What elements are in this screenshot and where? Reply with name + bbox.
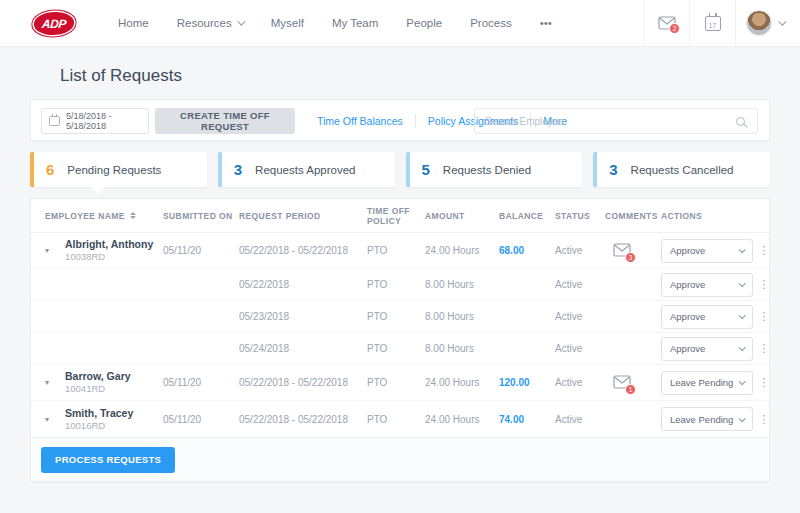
comment-indicator[interactable]: 3: [613, 248, 631, 259]
amount-cell: 8.00 Hours: [425, 311, 499, 322]
tab[interactable]: 6 Pending Requests: [30, 152, 207, 187]
search-box: [474, 108, 758, 134]
primary-nav: Home Resources Myself My Team People Pro…: [104, 0, 566, 47]
calendar-icon: 17: [705, 16, 721, 31]
create-time-off-request-button[interactable]: CREATE TIME OFF REQUEST: [155, 108, 295, 134]
table-row: ▾ 05/24/2018 PTO 8.00 Hours Active Appro…: [31, 333, 769, 365]
chevron-down-icon: [739, 415, 746, 422]
tab-accent-stripe: [30, 152, 34, 187]
action-select[interactable]: Leave Pending: [661, 371, 753, 395]
action-cell: Approve: [661, 305, 753, 329]
employee-cell: Smith, Tracey 10016RD: [65, 407, 163, 432]
action-select[interactable]: Approve: [661, 305, 753, 329]
row-menu-button[interactable]: ⋮: [753, 416, 775, 423]
employee-name: Barrow, Gary: [65, 370, 163, 383]
expand-caret-icon[interactable]: ▾: [45, 246, 65, 255]
balance-cell: 120.00: [499, 377, 555, 388]
status-cell: Active: [555, 414, 605, 425]
policy-cell: PTO: [367, 311, 425, 322]
action-cell: Approve: [661, 273, 753, 297]
header-status: STATUS: [555, 211, 605, 221]
toolbar-card: 5/18/2018 - 5/18/2018 CREATE TIME OFF RE…: [30, 99, 770, 141]
action-select-value: Leave Pending: [670, 414, 733, 425]
tab[interactable]: 5 Requests Denied: [406, 152, 583, 187]
submitted-on-cell: 05/11/20: [163, 377, 239, 388]
action-cell: Approve: [661, 239, 753, 263]
request-period-cell: 05/22/2018: [239, 279, 367, 290]
adp-logo[interactable]: ADP: [33, 12, 75, 35]
tab-label: Pending Requests: [67, 164, 161, 176]
header-employee-name[interactable]: EMPLOYEE NAME: [45, 211, 163, 221]
calendar-icon: [49, 116, 60, 126]
tab-count: 5: [422, 161, 430, 178]
header-submitted-on: SUBMITTED ON: [163, 211, 239, 221]
nav-item[interactable]: Resources: [163, 0, 257, 47]
request-period-cell: 05/22/2018 - 05/22/2018: [239, 377, 367, 388]
request-period-cell: 05/23/2018: [239, 311, 367, 322]
search-input[interactable]: [475, 116, 736, 127]
action-select-value: Approve: [670, 343, 705, 354]
employee-name: Albright, Anthony: [65, 238, 163, 251]
nav-item[interactable]: People: [392, 0, 456, 47]
time-off-balances-link[interactable]: Time Off Balances: [305, 115, 415, 127]
process-requests-button[interactable]: PROCESS REQUESTS: [41, 447, 175, 473]
comments-cell: [605, 309, 661, 325]
action-select-value: Approve: [670, 245, 705, 256]
messages-badge: 2: [669, 23, 680, 34]
table-row: ▾ 05/22/2018 PTO 8.00 Hours Active Appro…: [31, 269, 769, 301]
action-select[interactable]: Approve: [661, 337, 753, 361]
tab-accent-stripe: [406, 152, 410, 187]
chevron-down-icon: [739, 378, 746, 385]
row-menu-button[interactable]: ⋮: [753, 281, 775, 288]
action-cell: Leave Pending: [661, 371, 753, 395]
nav-item[interactable]: My Team: [318, 0, 392, 47]
employee-cell: Albright, Anthony 10038RD: [65, 238, 163, 263]
avatar: [746, 10, 772, 36]
messages-button[interactable]: 2: [643, 0, 689, 47]
expand-caret-icon[interactable]: ▾: [45, 378, 65, 387]
nav-item[interactable]: Process: [456, 0, 526, 47]
row-menu-button[interactable]: ⋮: [753, 379, 775, 386]
header-actions: ACTIONS: [661, 211, 739, 221]
expand-caret-icon[interactable]: ▾: [45, 415, 65, 424]
comment-indicator[interactable]: 1: [613, 380, 631, 391]
active-tab-pointer: [90, 186, 106, 194]
comment-count-badge: 1: [625, 384, 636, 395]
row-menu-button[interactable]: ⋮: [753, 345, 775, 352]
topbar-right: 2 17: [643, 0, 800, 47]
row-menu-button[interactable]: ⋮: [753, 247, 775, 254]
tab-count: 3: [234, 161, 242, 178]
status-cell: Active: [555, 311, 605, 322]
tab-count: 3: [609, 161, 617, 178]
tab[interactable]: 3 Requests Approved: [218, 152, 395, 187]
user-menu[interactable]: [735, 0, 800, 47]
submitted-on-cell: 05/11/20: [163, 414, 239, 425]
header-time-off-policy: TIME OFF POLICY: [367, 206, 425, 226]
action-select[interactable]: Approve: [661, 273, 753, 297]
action-select[interactable]: Leave Pending: [661, 407, 753, 431]
submitted-on-cell: 05/11/20: [163, 245, 239, 256]
amount-cell: 8.00 Hours: [425, 279, 499, 290]
header-comments: COMMENTS: [605, 211, 661, 221]
date-range-picker[interactable]: 5/18/2018 - 5/18/2018: [41, 108, 149, 134]
request-period-cell: 05/22/2018 - 05/22/2018: [239, 245, 367, 256]
tab-accent-stripe: [593, 152, 597, 187]
nav-item[interactable]: Myself: [257, 0, 318, 47]
tab[interactable]: 3 Requests Cancelled: [593, 152, 770, 187]
table-row: ▾ Albright, Anthony 10038RD 05/11/20 05/…: [31, 233, 769, 269]
request-period-cell: 05/22/2018 - 05/22/2018: [239, 414, 367, 425]
action-cell: Leave Pending: [661, 407, 753, 431]
action-select-value: Approve: [670, 279, 705, 290]
table-header-row: EMPLOYEE NAME SUBMITTED ON REQUEST PERIO…: [31, 199, 769, 233]
tab-label: Requests Approved: [255, 164, 355, 176]
top-bar: ADP Home Resources Myself My Team People…: [0, 0, 800, 47]
action-select[interactable]: Approve: [661, 239, 753, 263]
policy-cell: PTO: [367, 245, 425, 256]
nav-item[interactable]: •••: [526, 0, 566, 47]
nav-item[interactable]: Home: [104, 0, 163, 47]
chevron-down-icon: [237, 17, 245, 25]
row-menu-button[interactable]: ⋮: [753, 313, 775, 320]
tab-count: 6: [46, 161, 54, 178]
chevron-down-icon: [778, 17, 786, 25]
calendar-button[interactable]: 17: [689, 0, 735, 47]
